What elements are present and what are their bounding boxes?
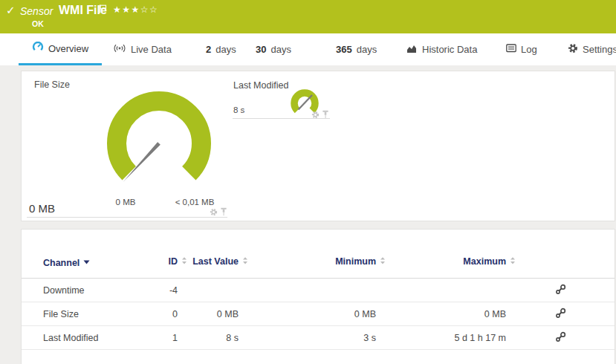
channel-name: Downtime (22, 279, 118, 302)
channel-id: 1 (118, 326, 178, 350)
column-label: Minimum (335, 256, 376, 267)
file-size-value: 0 MB (29, 202, 55, 215)
last-modified-gauge-title: Last Modified (233, 80, 288, 91)
tab-bar: Overview Live Data 2 days 30 days 365 (0, 33, 616, 65)
tab-label: Log (521, 44, 537, 55)
file-size-scale-min: 0 MB (100, 198, 152, 207)
column-header-minimum[interactable]: Minimum (239, 230, 376, 279)
channel-id: -4 (118, 279, 178, 302)
tab-label: Historic Data (422, 44, 477, 55)
sort-icon (181, 256, 187, 268)
channel-maximum: 0 MB (376, 302, 506, 326)
gear-icon (568, 43, 578, 56)
sort-icon (380, 256, 386, 268)
table-row: File Size 0 0 MB 0 MB 0 MB (22, 302, 615, 326)
tab-2-days[interactable]: 2 days (206, 33, 236, 65)
tab-label: days (270, 44, 291, 55)
sensor-header: ✓ Sensor WMI File ★★★☆☆ OK (0, 0, 616, 33)
tab-label: Settings (583, 44, 616, 55)
channel-last-value: 0 MB (178, 302, 239, 326)
channel-last-value (178, 279, 239, 302)
channel-name: Last Modified (22, 326, 118, 350)
divider (27, 217, 227, 218)
stars-filled: ★★★ (113, 4, 140, 15)
column-header-actions (506, 230, 615, 279)
column-label: Maximum (463, 256, 506, 267)
file-size-gauge-title: File Size (34, 79, 70, 90)
sort-icon (242, 256, 248, 268)
status-check-icon: ✓ (6, 4, 16, 17)
tab-label: days (215, 44, 236, 55)
channel-minimum: 0 MB (239, 302, 376, 326)
divider (233, 118, 330, 119)
channel-minimum: 3 s (239, 326, 376, 350)
tab-historic-data[interactable]: Historic Data (406, 33, 477, 65)
gauges-panel: File Size 0 MB < 0,01 MB 0 MB (21, 71, 615, 221)
column-label: Last Value (192, 256, 239, 267)
channel-last-value: 8 s (178, 326, 239, 350)
priority-stars[interactable]: ★★★☆☆ (113, 4, 158, 15)
broadcast-icon (113, 43, 126, 56)
channel-settings-wrench-icon[interactable] (555, 331, 566, 345)
tab-365-days[interactable]: 365 days (336, 33, 377, 65)
log-icon (506, 44, 516, 55)
column-header-last-value[interactable]: Last Value (178, 230, 239, 279)
channel-id: 0 (118, 302, 178, 326)
sensor-type-label: Sensor (20, 5, 53, 17)
stars-empty: ☆☆ (140, 4, 159, 15)
channel-maximum: 5 d 1 h 17 m (376, 326, 506, 350)
sort-icon (510, 256, 516, 268)
status-badge: OK (32, 19, 44, 28)
gauge-pin-icon[interactable] (322, 108, 329, 122)
channel-maximum (376, 279, 506, 302)
tab-number: 2 (206, 44, 211, 55)
tab-label: days (357, 44, 377, 55)
channel-minimum (239, 279, 376, 302)
table-row: Downtime -4 (22, 279, 615, 302)
table-row: Last Modified 1 8 s 3 s 5 d 1 h 17 m (22, 326, 615, 350)
tab-live-data[interactable]: Live Data (113, 33, 172, 65)
channel-settings-wrench-icon[interactable] (555, 308, 566, 321)
tab-settings[interactable]: Settings (568, 33, 616, 65)
column-header-channel[interactable]: Channel (22, 230, 118, 279)
channel-name: File Size (22, 302, 118, 326)
sort-desc-icon (83, 256, 90, 267)
channels-table: Channel ID Last Value Minimum Maximum (22, 230, 615, 350)
last-modified-value: 8 s (233, 105, 244, 114)
tab-30-days[interactable]: 30 days (256, 33, 291, 65)
column-label: ID (169, 256, 178, 267)
tab-number: 30 (256, 44, 266, 55)
area-chart-icon (406, 44, 418, 56)
channels-panel: Channel ID Last Value Minimum Maximum (21, 229, 615, 364)
file-size-gauge (107, 91, 211, 189)
tab-label: Live Data (131, 44, 172, 55)
gauge-gear-icon[interactable] (311, 108, 320, 122)
flag-icon[interactable] (99, 3, 107, 12)
tab-label: Overview (48, 43, 88, 54)
tab-overview[interactable]: Overview (19, 33, 102, 65)
tab-number: 365 (336, 44, 352, 55)
column-header-id[interactable]: ID (118, 230, 178, 279)
tab-log[interactable]: Log (506, 33, 537, 65)
column-header-maximum[interactable]: Maximum (376, 230, 506, 279)
gauge-icon (32, 42, 44, 55)
column-label: Channel (43, 258, 80, 268)
channel-settings-wrench-icon[interactable] (555, 284, 566, 297)
